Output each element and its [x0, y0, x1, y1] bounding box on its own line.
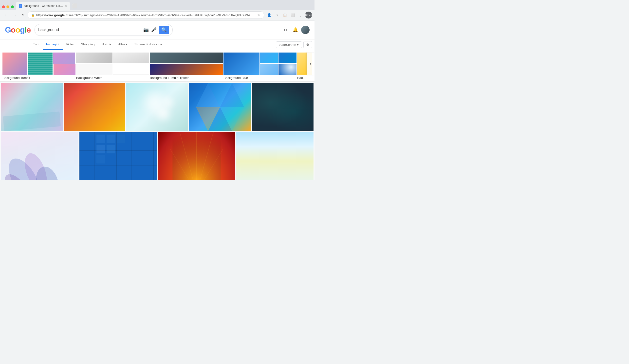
google-logo[interactable]: Google	[5, 25, 31, 34]
browser-window: G background - Cerca con Goog ✕ ⬜ ← → ↻ …	[0, 0, 314, 180]
new-tab-button[interactable]: ⬜	[71, 2, 78, 9]
main-grid-row1	[0, 82, 314, 131]
url-display: https://www.google.it/search?q=immagini&…	[36, 13, 256, 17]
categories-row: Background Tumblr Background White	[0, 50, 314, 82]
category-white[interactable]: Background White	[76, 53, 149, 80]
header-right-actions: ⠿ 🔔	[282, 26, 310, 34]
category-extra-label: Bac...	[297, 75, 312, 80]
nav-item-shopping[interactable]: Shopping	[78, 39, 98, 50]
nav-right-actions: SafeSearch ▾ ⚙	[276, 41, 314, 48]
nav-item-strumenti[interactable]: Strumenti di ricerca	[131, 39, 165, 50]
url-domain: www.google.it	[46, 13, 68, 17]
grid-item-2[interactable]	[64, 83, 125, 131]
notifications-button[interactable]: 🔔	[291, 26, 299, 34]
nav-bar: Tutti Immagini Video Shopping Notizie Al…	[0, 39, 314, 50]
image-results: Background Tumblr Background White	[0, 50, 314, 180]
svg-line-21	[170, 149, 196, 180]
svg-line-19	[179, 132, 196, 180]
nav-items: Tutti Immagini Video Shopping Notizie Al…	[30, 39, 276, 50]
grid-item-9[interactable]	[236, 132, 314, 180]
google-header: Google 📷 🎤 🔍 ⠿ 🔔	[0, 20, 314, 39]
search-input[interactable]	[38, 28, 141, 32]
svg-rect-11	[107, 135, 115, 143]
svg-rect-15	[96, 155, 105, 163]
settings-button[interactable]: ⚙	[304, 41, 312, 48]
ssl-icon: 🔒	[31, 13, 35, 17]
user-account-avatar[interactable]	[301, 26, 310, 34]
grid-item-8[interactable]	[158, 132, 235, 180]
safesearch-button[interactable]: SafeSearch ▾	[276, 41, 302, 48]
tab-close-icon[interactable]: ✕	[65, 4, 67, 8]
category-hipster-label: Background Tumblr Hipster	[150, 75, 223, 80]
category-hipster-thumb	[150, 53, 223, 75]
bookmark-icon[interactable]: ☆	[257, 13, 261, 17]
category-tumblr-thumb	[2, 53, 75, 75]
camera-search-button[interactable]: 📷	[143, 27, 149, 32]
user-avatar-header[interactable]: Kevin	[305, 11, 312, 18]
browser-actions: 👤 ℹ 📋 ⬜ ⋮ Kevin	[266, 11, 312, 18]
url-path: /search?q=immagini&espv=2&biw=1280&bih=6…	[68, 13, 253, 17]
nav-item-altro[interactable]: Altro ▾	[115, 39, 131, 50]
window-controls	[2, 5, 15, 10]
forward-button[interactable]: →	[11, 11, 18, 18]
category-tumblr-label: Background Tumblr	[2, 75, 75, 80]
search-box: 📷 🎤 🔍	[34, 24, 173, 36]
category-tumblr[interactable]: Background Tumblr	[2, 53, 75, 80]
extension-icon-3[interactable]: ⬜	[289, 11, 296, 18]
extension-icon-1[interactable]: ℹ	[274, 11, 281, 18]
svg-rect-12	[96, 145, 105, 153]
close-button[interactable]	[2, 5, 5, 8]
tab-title: background - Cerca con Goog	[24, 4, 63, 8]
category-white-label: Background White	[76, 75, 149, 80]
nav-item-notizie[interactable]: Notizie	[98, 39, 115, 50]
apps-grid-button[interactable]: ⠿	[282, 26, 289, 34]
active-tab[interactable]: G background - Cerca con Goog ✕	[16, 2, 70, 10]
category-blue-label: Background Blue	[223, 75, 297, 80]
nav-item-tutti[interactable]: Tutti	[30, 39, 43, 50]
grid-item-6[interactable]	[1, 132, 78, 180]
reload-button[interactable]: ↻	[19, 11, 26, 18]
grid-item-1[interactable]	[1, 83, 63, 131]
minimize-button[interactable]	[6, 5, 9, 8]
svg-rect-13	[117, 135, 125, 143]
svg-line-20	[196, 149, 223, 180]
category-blue-thumb	[223, 53, 297, 75]
menu-button[interactable]: ⋮	[297, 11, 304, 18]
url-prefix: https://	[36, 13, 46, 17]
category-white-thumb	[76, 53, 149, 75]
maximize-button[interactable]	[11, 5, 14, 8]
category-blue[interactable]: Background Blue	[223, 53, 297, 80]
next-arrow-button[interactable]: ›	[307, 53, 314, 75]
address-bar-row: ← → ↻ 🔒 https://www.google.it/search?q=i…	[0, 10, 314, 20]
svg-rect-14	[107, 145, 115, 153]
main-content: Google 📷 🎤 🔍 ⠿ 🔔 Tutti Immagini Vide	[0, 20, 314, 180]
grid-item-3[interactable]	[126, 83, 188, 131]
main-grid-row2	[0, 131, 314, 180]
svg-rect-10	[96, 135, 105, 143]
svg-line-18	[196, 132, 213, 180]
back-button[interactable]: ←	[2, 11, 9, 18]
grid-item-5[interactable]	[252, 83, 314, 131]
address-bar[interactable]: 🔒 https://www.google.it/search?q=immagin…	[28, 11, 264, 19]
search-submit-button[interactable]: 🔍	[159, 26, 169, 34]
grid-item-4[interactable]	[189, 83, 251, 131]
tab-favicon: G	[19, 4, 22, 8]
nav-item-immagini[interactable]: Immagini	[43, 39, 63, 50]
voice-search-button[interactable]: 🎤	[151, 27, 157, 32]
nav-item-video[interactable]: Video	[63, 39, 78, 50]
tab-bar: G background - Cerca con Goog ✕ ⬜	[0, 0, 314, 10]
extension-icon-2[interactable]: 📋	[282, 11, 288, 18]
grid-item-7[interactable]	[79, 132, 157, 180]
profile-icon[interactable]: 👤	[266, 11, 273, 18]
category-hipster[interactable]: Background Tumblr Hipster	[150, 53, 223, 80]
